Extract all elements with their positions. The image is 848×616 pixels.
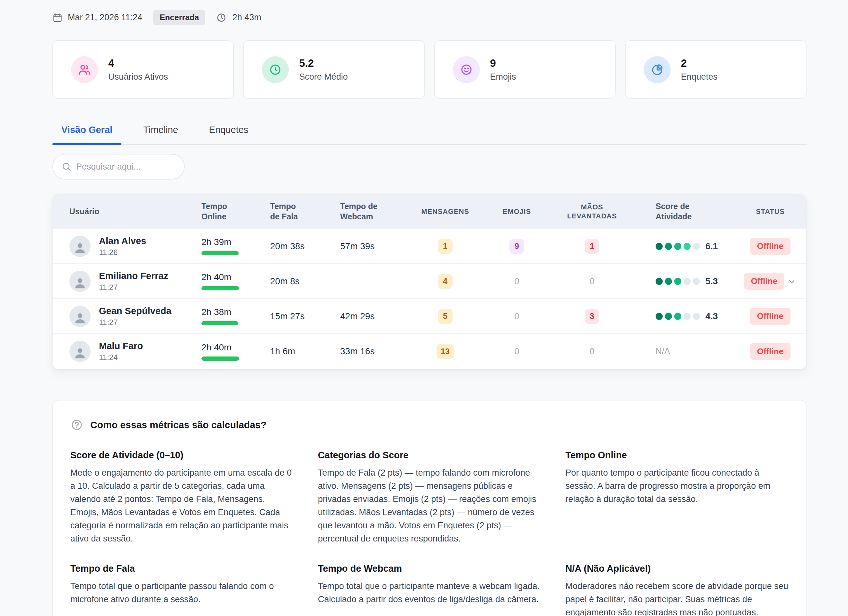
session-header: Mar 21, 2026 11:24 Encerrada 2h 43m bbox=[52, 10, 806, 25]
person-icon bbox=[73, 276, 87, 289]
hands-count: 1 bbox=[585, 239, 599, 254]
talk-time: 15m 27s bbox=[270, 299, 340, 334]
status-badge: Offline bbox=[750, 238, 790, 255]
stat-label: Emojis bbox=[490, 72, 516, 82]
info-grid: Score de Atividade (0–10) Mede o engajam… bbox=[70, 450, 789, 616]
score-value: 4.3 bbox=[706, 311, 718, 321]
info-header: Como essas métricas são calculadas? bbox=[70, 419, 789, 431]
info-section-title: Tempo de Fala bbox=[70, 563, 294, 574]
talk-time: 1h 6m bbox=[270, 334, 340, 369]
column-header-2: Tempo de Fala bbox=[270, 195, 340, 229]
stat-text: 9 Emojis bbox=[490, 57, 516, 82]
column-header-3: Tempo de Webcam bbox=[340, 195, 413, 229]
info-section: Categorias do Score Tempo de Fala (2 pts… bbox=[318, 450, 541, 545]
avatar bbox=[70, 271, 90, 292]
talk-time: 20m 38s bbox=[270, 229, 340, 264]
online-time: 2h 40m bbox=[202, 272, 270, 282]
webcam-time: 42m 29s bbox=[340, 299, 413, 334]
stat-card-emojis: 9 Emojis bbox=[434, 40, 616, 99]
hands-count: 0 bbox=[589, 277, 594, 286]
column-header-8: STATUS bbox=[734, 195, 806, 229]
online-time: 2h 40m bbox=[202, 342, 270, 352]
stat-text: 5.2 Score Médio bbox=[299, 57, 348, 82]
stat-text: 4 Usuários Ativos bbox=[108, 57, 168, 82]
stat-label: Enquetes bbox=[681, 72, 718, 82]
webcam-time: — bbox=[340, 264, 413, 299]
user-cell: Emiliano Ferraz 11:27 bbox=[70, 271, 202, 292]
participant-row[interactable]: Emiliano Ferraz 11:27 2h 40m 20m 8s — 4 … bbox=[53, 264, 806, 299]
info-section-title: Score de Atividade (0–10) bbox=[70, 450, 294, 461]
participant-row[interactable]: Alan Alves 11:26 2h 39m 20m 38s 57m 39s … bbox=[53, 229, 806, 264]
emojis-count: 0 bbox=[514, 346, 519, 356]
column-header-7: Score de Atividade bbox=[628, 195, 734, 229]
table-header-row: UsuárioTempo OnlineTempo de FalaTempo de… bbox=[53, 195, 806, 229]
score-dots bbox=[655, 278, 700, 285]
status-badge: Offline bbox=[744, 272, 784, 290]
session-date: Mar 21, 2026 11:24 bbox=[68, 13, 142, 22]
score-value: 5.3 bbox=[706, 276, 718, 286]
info-section-body: Tempo total que o participante passou fa… bbox=[70, 580, 294, 606]
info-section-body: Moderadores não recebem score de ativida… bbox=[565, 580, 789, 616]
clock-icon bbox=[262, 56, 289, 83]
table-body: Alan Alves 11:26 2h 39m 20m 38s 57m 39s … bbox=[53, 229, 806, 369]
user-join-time: 11:27 bbox=[99, 283, 168, 292]
clock-icon bbox=[216, 13, 227, 23]
info-section-title: Tempo de Webcam bbox=[318, 563, 541, 574]
stat-value: 2 bbox=[681, 57, 718, 70]
user-cell: Alan Alves 11:26 bbox=[70, 236, 202, 257]
stat-card-enquetes: 2 Enquetes bbox=[625, 40, 806, 99]
session-duration: 2h 43m bbox=[232, 13, 261, 22]
question-circle-icon bbox=[70, 419, 83, 431]
stat-card-score-medio: 5.2 Score Médio bbox=[243, 40, 425, 99]
user-join-time: 11:26 bbox=[99, 248, 146, 257]
info-section-title: N/A (Não Aplicável) bbox=[565, 563, 789, 574]
column-header-5: EMOJIS bbox=[477, 195, 556, 229]
stat-text: 2 Enquetes bbox=[681, 57, 718, 82]
info-section-body: Mede o engajamento do participante em um… bbox=[70, 466, 294, 545]
stat-value: 9 bbox=[490, 57, 516, 70]
messages-count: 5 bbox=[438, 309, 452, 324]
status-badge: Offline bbox=[750, 308, 790, 325]
participant-row[interactable]: Malu Faro 11:24 2h 40m 1h 6m 33m 16s 13 … bbox=[53, 334, 806, 369]
info-section: Tempo de Webcam Tempo total que o partic… bbox=[318, 563, 541, 616]
session-status-badge: Encerrada bbox=[153, 10, 205, 25]
emojis-count: 9 bbox=[510, 239, 524, 254]
stat-value: 5.2 bbox=[299, 57, 348, 70]
info-section-body: Tempo total que o participante manteve a… bbox=[318, 580, 541, 606]
search-box[interactable] bbox=[52, 154, 185, 179]
messages-count: 4 bbox=[438, 274, 452, 289]
chevron-down-icon[interactable] bbox=[787, 277, 797, 286]
calendar-icon bbox=[52, 13, 63, 23]
stat-value: 4 bbox=[108, 57, 168, 70]
participant-row[interactable]: Gean Sepúlveda 11:27 2h 38m 15m 27s 42m … bbox=[53, 299, 806, 334]
user-name: Emiliano Ferraz bbox=[99, 271, 168, 281]
info-section-body: Por quanto tempo o participante ficou co… bbox=[565, 466, 789, 506]
score-na: N/A bbox=[655, 346, 670, 356]
session-dashboard: Mar 21, 2026 11:24 Encerrada 2h 43m 4 Us… bbox=[52, 0, 806, 616]
online-progress-bar bbox=[202, 357, 239, 361]
stat-label: Score Médio bbox=[299, 72, 348, 82]
online-progress-bar bbox=[202, 251, 239, 255]
stats-row: 4 Usuários Ativos 5.2 Score Médio 9 Emoj… bbox=[52, 40, 806, 99]
hands-count: 0 bbox=[589, 346, 594, 356]
online-progress-bar bbox=[202, 321, 239, 325]
pie-chart-icon bbox=[644, 56, 671, 83]
column-header-4: MENSAGENS bbox=[413, 195, 477, 229]
info-section: Score de Atividade (0–10) Mede o engajam… bbox=[70, 450, 294, 545]
status-badge: Offline bbox=[750, 343, 790, 360]
stat-label: Usuários Ativos bbox=[108, 72, 168, 82]
info-section-title: Tempo Online bbox=[565, 450, 789, 461]
tab-enquetes[interactable]: Enquetes bbox=[200, 124, 258, 144]
person-icon bbox=[73, 346, 87, 359]
info-section: Tempo Online Por quanto tempo o particip… bbox=[565, 450, 789, 545]
tab-visao-geral[interactable]: Visão Geral bbox=[52, 124, 122, 144]
emojis-count: 0 bbox=[514, 311, 519, 321]
user-cell: Gean Sepúlveda 11:27 bbox=[70, 306, 202, 327]
emojis-count: 0 bbox=[514, 277, 519, 286]
column-header-6: MÃOS LEVANTADAS bbox=[556, 195, 628, 229]
stat-card-usuarios-ativos: 4 Usuários Ativos bbox=[52, 40, 234, 99]
online-time: 2h 39m bbox=[202, 237, 270, 247]
person-icon bbox=[73, 311, 87, 324]
tab-timeline[interactable]: Timeline bbox=[134, 124, 187, 144]
search-input[interactable] bbox=[76, 162, 176, 172]
